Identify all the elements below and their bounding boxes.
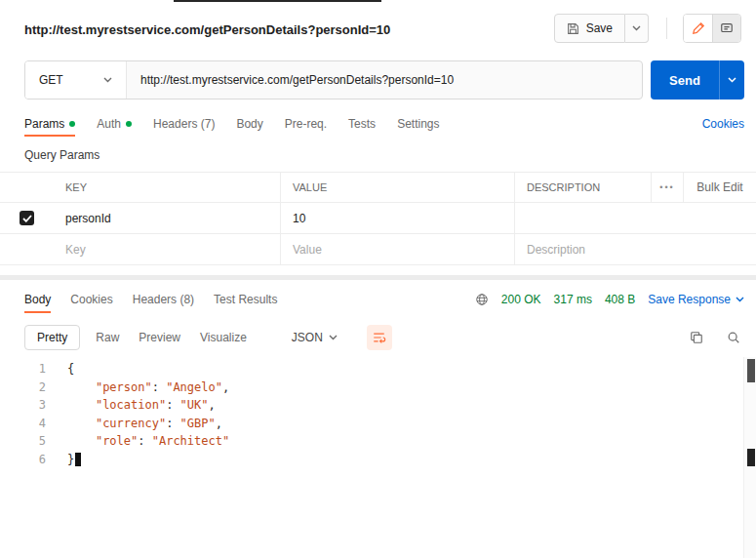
param-key-input[interactable] bbox=[65, 243, 268, 257]
param-value-cell bbox=[280, 234, 514, 264]
response-tab-cookies[interactable]: Cookies bbox=[70, 293, 112, 306]
line-number: 3 bbox=[0, 396, 46, 415]
green-dot-icon bbox=[69, 121, 75, 127]
response-size: 408 B bbox=[605, 293, 635, 306]
code-lines: 1{2 "person": "Angelo",3 "location": "UK… bbox=[0, 360, 743, 468]
checkbox-column-header bbox=[0, 173, 54, 202]
more-options-button[interactable]: ••• bbox=[651, 173, 683, 202]
param-description-cell bbox=[514, 234, 756, 264]
param-checkbox-cell bbox=[0, 203, 54, 233]
param-checkbox[interactable] bbox=[20, 211, 34, 225]
param-description-input[interactable] bbox=[527, 212, 744, 225]
response-tab-headers[interactable]: Headers (8) bbox=[133, 293, 194, 306]
send-button[interactable]: Send bbox=[651, 60, 719, 100]
view-mode-preview[interactable]: Preview bbox=[139, 331, 180, 344]
tab-auth[interactable]: Auth bbox=[97, 117, 132, 131]
wrap-text-button[interactable] bbox=[367, 325, 392, 350]
search-button[interactable] bbox=[727, 331, 740, 344]
tab-params[interactable]: Params bbox=[24, 117, 75, 131]
query-params-table: KEY VALUE DESCRIPTION ••• Bulk Edit bbox=[0, 172, 756, 265]
comments-icon bbox=[720, 21, 734, 35]
request-tabs: Params Auth Headers (7) Body Pre-req. Te… bbox=[24, 111, 744, 137]
tab-settings-label: Settings bbox=[397, 117, 439, 131]
code-line: 6} bbox=[0, 451, 743, 469]
method-label: GET bbox=[39, 73, 63, 87]
line-number: 2 bbox=[0, 379, 46, 397]
code-text[interactable]: "location": "UK", bbox=[46, 396, 216, 415]
view-mode-visualize[interactable]: Visualize bbox=[200, 331, 247, 344]
editor-scrollbar[interactable] bbox=[743, 357, 756, 558]
header-divider bbox=[666, 18, 667, 39]
copy-icon bbox=[690, 331, 703, 344]
tab-pre-request-label: Pre-req. bbox=[285, 117, 327, 131]
checkmark-icon bbox=[22, 215, 32, 222]
line-number: 6 bbox=[0, 451, 46, 469]
url-input[interactable] bbox=[127, 61, 642, 99]
view-mode-pretty[interactable]: Pretty bbox=[24, 325, 80, 350]
comments-button[interactable] bbox=[712, 15, 740, 42]
chevron-down-icon bbox=[632, 25, 641, 31]
param-value-input[interactable] bbox=[293, 243, 502, 257]
cursor-position-marker bbox=[747, 449, 755, 466]
copy-button[interactable] bbox=[690, 331, 703, 344]
code-line: 5 "role": "Architect" bbox=[0, 432, 743, 451]
tab-body[interactable]: Body bbox=[236, 117, 262, 131]
status-badge: 200 OK bbox=[501, 293, 541, 306]
tab-headers[interactable]: Headers (7) bbox=[153, 117, 215, 131]
green-dot-icon bbox=[126, 121, 132, 127]
description-column-header: DESCRIPTION bbox=[514, 173, 651, 202]
search-icon bbox=[727, 331, 740, 344]
param-row-empty bbox=[0, 234, 756, 265]
code-text[interactable]: "person": "Angelo", bbox=[46, 379, 229, 397]
format-selector[interactable]: JSON bbox=[292, 331, 338, 344]
param-row bbox=[0, 203, 756, 234]
edit-comments-group bbox=[683, 14, 741, 43]
param-key-cell bbox=[54, 234, 280, 264]
code-line: 1{ bbox=[0, 360, 743, 379]
save-options-button[interactable] bbox=[625, 14, 649, 43]
send-options-button[interactable] bbox=[719, 60, 744, 100]
code-line: 4 "currency": "GBP", bbox=[0, 415, 743, 433]
tab-pre-request[interactable]: Pre-req. bbox=[285, 117, 327, 131]
save-button-label: Save bbox=[586, 21, 613, 35]
save-button[interactable]: Save bbox=[554, 14, 625, 43]
response-toolbar: Pretty Raw Preview Visualize JSON bbox=[24, 323, 744, 352]
chevron-down-icon bbox=[736, 297, 744, 302]
save-button-group: Save bbox=[554, 14, 649, 43]
edit-button[interactable] bbox=[684, 15, 712, 42]
param-key-input[interactable] bbox=[65, 212, 268, 225]
scrollbar-thumb[interactable] bbox=[747, 359, 755, 382]
tab-params-label: Params bbox=[24, 117, 64, 131]
query-params-label: Query Params bbox=[24, 148, 99, 162]
response-tab-body[interactable]: Body bbox=[24, 293, 51, 306]
param-checkbox-cell bbox=[0, 234, 54, 264]
tab-settings[interactable]: Settings bbox=[397, 117, 439, 131]
code-line: 2 "person": "Angelo", bbox=[0, 379, 743, 397]
response-tab-test-results[interactable]: Test Results bbox=[214, 293, 277, 306]
tab-tests[interactable]: Tests bbox=[348, 117, 376, 131]
response-body-editor[interactable]: 1{2 "person": "Angelo",3 "location": "UK… bbox=[0, 355, 743, 558]
save-response-button[interactable]: Save Response bbox=[648, 293, 744, 306]
more-options-icon: ••• bbox=[659, 182, 674, 192]
response-meta: 200 OK 317 ms 408 B Save Response bbox=[475, 293, 744, 306]
line-number: 4 bbox=[0, 415, 46, 433]
param-description-input[interactable] bbox=[527, 243, 744, 257]
code-line: 3 "location": "UK", bbox=[0, 396, 743, 415]
bulk-edit-button[interactable]: Bulk Edit bbox=[683, 173, 756, 202]
cookies-link[interactable]: Cookies bbox=[702, 117, 744, 131]
params-table-header: KEY VALUE DESCRIPTION ••• Bulk Edit bbox=[0, 172, 756, 203]
chevron-down-icon bbox=[103, 77, 112, 83]
param-value-input[interactable] bbox=[293, 212, 502, 225]
chevron-down-icon bbox=[728, 77, 736, 83]
code-text[interactable]: "role": "Architect" bbox=[46, 432, 229, 451]
code-text[interactable]: } bbox=[46, 451, 81, 469]
tab-tests-label: Tests bbox=[348, 117, 376, 131]
code-text[interactable]: { bbox=[46, 360, 74, 379]
view-mode-raw[interactable]: Raw bbox=[96, 331, 119, 344]
request-header: http://test.myrestservice.com/getPersonD… bbox=[0, 2, 756, 57]
code-text[interactable]: "currency": "GBP", bbox=[46, 415, 222, 433]
tab-auth-label: Auth bbox=[97, 117, 121, 131]
pane-resize-divider[interactable] bbox=[0, 275, 756, 280]
method-selector[interactable]: GET bbox=[25, 61, 127, 99]
request-url-bar: GET Send bbox=[24, 60, 744, 100]
